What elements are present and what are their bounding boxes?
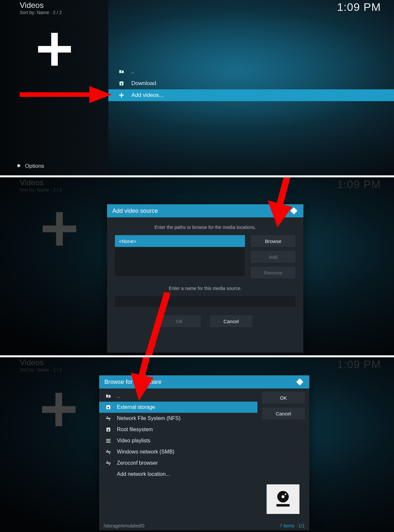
- share-list-item[interactable]: Add network location...: [99, 469, 257, 480]
- dialog-footer: /storage/emulated/0 7 items · 1/1: [99, 521, 309, 530]
- ok-button[interactable]: OK: [262, 392, 305, 404]
- header: Videos Sort by: Name · 2 / 2 1:09 PM: [20, 1, 381, 15]
- source-path-rest: [115, 247, 245, 276]
- remove-path-button[interactable]: Remove: [251, 267, 296, 278]
- add-video-source-dialog: Add video source Enter the paths or brow…: [107, 204, 303, 353]
- source-list: .. Download Add videos...: [108, 66, 394, 101]
- list-item[interactable]: Download: [108, 78, 394, 89]
- current-path: /storage/emulated/0: [104, 523, 144, 528]
- share-list-item[interactable]: Root filesystem: [99, 424, 257, 435]
- share-item-label: Root filesystem: [117, 427, 153, 432]
- location-thumbnail: [267, 484, 299, 514]
- clock: 1:09 PM: [337, 1, 381, 13]
- browse-new-share-dialog: Browse for new share .. External storage…: [99, 375, 309, 530]
- add-path-button[interactable]: Add: [251, 251, 296, 263]
- net-icon: [105, 415, 112, 421]
- source-name-input[interactable]: [115, 296, 296, 307]
- dialog-body: .. External storage Network File System …: [99, 388, 309, 480]
- list-item[interactable]: Add videos...: [108, 89, 394, 101]
- svg-rect-26: [276, 504, 290, 507]
- options-label: Options: [25, 163, 44, 169]
- cancel-button[interactable]: Cancel: [210, 315, 252, 327]
- share-item-label: Windows network (SMB): [117, 449, 174, 455]
- item-count: 7 items · 1/1: [280, 523, 305, 528]
- svg-point-24: [282, 495, 285, 498]
- cancel-button[interactable]: Cancel: [262, 408, 305, 419]
- screen-3-browse-dialog: Videos Sort by: Name · 2 / 2 1:09 PM Bro…: [0, 357, 394, 532]
- share-list-item[interactable]: Zeroconf browser: [99, 457, 257, 469]
- dialog-prompt: Enter the paths or browse for the media …: [115, 225, 296, 230]
- disk-icon: [105, 404, 112, 410]
- svg-rect-21: [107, 461, 108, 462]
- svg-point-1: [121, 83, 122, 85]
- dialog-body: Enter the paths or browse for the media …: [107, 217, 303, 335]
- share-list: .. External storage Network File System …: [99, 388, 257, 480]
- screen-1-video-list: Options Videos Sort by: Name · 2 / 2 1:0…: [0, 0, 394, 175]
- svg-rect-18: [107, 450, 108, 451]
- source-path-value: <None>: [119, 238, 136, 244]
- svg-rect-10: [107, 416, 108, 417]
- share-item-label: Network File System (NFS): [117, 415, 181, 421]
- dialog-title: Browse for new share: [104, 379, 162, 386]
- share-item-label: ..: [117, 393, 120, 399]
- svg-rect-20: [106, 463, 111, 464]
- list-item-label: ..: [131, 68, 134, 75]
- share-list-item[interactable]: ..: [99, 390, 257, 402]
- svg-point-25: [285, 494, 286, 495]
- share-item-label: Add network location...: [117, 471, 170, 477]
- svg-rect-14: [106, 439, 111, 440]
- share-item-label: Zeroconf browser: [117, 460, 158, 466]
- svg-rect-17: [106, 452, 111, 453]
- add-source-large-icon[interactable]: [38, 33, 71, 67]
- source-path-input[interactable]: <None>: [115, 235, 245, 247]
- svg-rect-11: [109, 419, 110, 420]
- svg-rect-19: [109, 453, 110, 454]
- net-icon: [105, 460, 112, 466]
- share-item-label: Video playlists: [117, 438, 150, 444]
- share-item-label: External storage: [117, 404, 155, 410]
- svg-point-13: [108, 429, 109, 431]
- folder-up-icon: [105, 393, 112, 399]
- list-item[interactable]: ..: [108, 66, 394, 78]
- dialog-title: Add video source: [112, 208, 158, 214]
- share-list-item[interactable]: Network File System (NFS): [99, 413, 257, 424]
- list-item-label: Add videos...: [131, 92, 164, 99]
- browse-button[interactable]: Browse: [251, 235, 296, 247]
- svg-rect-15: [106, 440, 111, 441]
- kodi-icon: [290, 207, 298, 215]
- screen-2-add-source-dialog: Videos Sort by: Name · 2 / 2 1:09 PM Add…: [0, 177, 394, 355]
- ok-button[interactable]: OK: [158, 315, 201, 327]
- dialog-header: Add video source: [107, 204, 303, 217]
- svg-point-8: [108, 407, 109, 409]
- dialog-header: Browse for new share: [99, 375, 309, 388]
- plus-icon: [118, 92, 125, 98]
- list-item-label: Download: [131, 80, 156, 87]
- options-button[interactable]: Options: [16, 163, 44, 169]
- share-list-item[interactable]: External storage: [99, 402, 257, 413]
- folder-up-icon: [118, 69, 125, 75]
- name-prompt: Enter a name for this media source.: [115, 286, 296, 291]
- share-list-item[interactable]: Windows network (SMB): [99, 446, 257, 457]
- share-list-item[interactable]: Video playlists: [99, 435, 257, 446]
- svg-rect-9: [106, 418, 111, 419]
- svg-rect-16: [106, 442, 111, 443]
- net-icon: [105, 449, 112, 455]
- sort-indicator: Sort by: Name · 2 / 2: [20, 10, 62, 15]
- sidebar: Options: [0, 0, 108, 175]
- kodi-icon: [296, 378, 304, 386]
- page-title: Videos: [20, 1, 62, 10]
- list-icon: [105, 438, 112, 444]
- disk-icon: [118, 80, 125, 86]
- disk-icon: [105, 427, 112, 432]
- svg-rect-22: [109, 464, 110, 465]
